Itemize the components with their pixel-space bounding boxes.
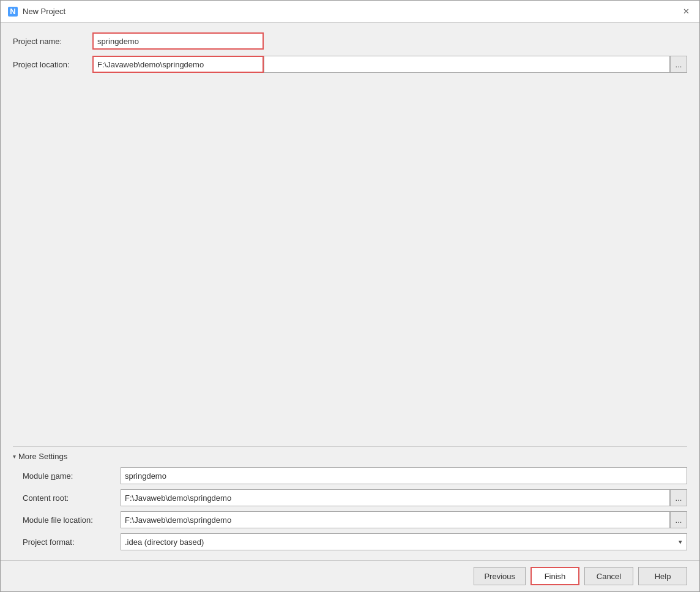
help-button[interactable]: Help [638,567,687,585]
middle-area [13,79,687,446]
module-file-location-row: Module file location: ... [23,511,687,528]
project-format-select-wrapper: .idea (directory based) [121,533,687,550]
browse-icon-2: ... [676,493,682,503]
collapse-icon: ▾ [13,453,16,460]
content-root-browse-button[interactable]: ... [670,489,687,506]
cancel-label: Cancel [597,572,621,581]
browse-icon-3: ... [676,515,682,525]
help-label: Help [655,572,671,581]
close-icon: ✕ [683,7,690,16]
content-root-label: Content root: [23,493,121,503]
dialog-content: Project name: Project location: ... ▾ [1,23,699,560]
module-file-location-label: Module file location: [23,515,121,525]
module-name-row: Module name: [23,467,687,484]
more-settings-section: ▾ More Settings Module name: Content roo… [13,446,687,550]
project-name-input[interactable] [92,32,264,50]
project-format-row: Project format: .idea (directory based) [23,533,687,550]
project-location-browse-button[interactable]: ... [670,56,687,73]
project-location-extra-input[interactable] [264,56,670,73]
dialog-icon: N [8,7,18,17]
project-format-select[interactable]: .idea (directory based) [121,533,687,550]
project-location-input[interactable] [92,56,264,73]
more-settings-header[interactable]: ▾ More Settings [13,452,687,461]
previous-label: Previous [484,572,515,581]
project-location-label: Project location: [13,60,92,69]
new-project-dialog: N New Project ✕ Project name: Project lo… [0,0,700,592]
cancel-button[interactable]: Cancel [584,567,633,585]
module-name-label: Module name: [23,471,121,481]
project-location-row: Project location: ... [13,56,687,73]
finish-label: Finish [545,572,566,581]
previous-button[interactable]: Previous [474,567,526,585]
close-button[interactable]: ✕ [680,6,692,18]
title-bar: N New Project ✕ [1,1,699,23]
content-root-input[interactable] [121,489,670,506]
project-name-row: Project name: [13,32,687,50]
more-settings-form: Module name: Content root: ... Module fi… [13,467,687,550]
content-root-row: Content root: ... [23,489,687,506]
project-format-label: Project format: [23,538,121,547]
project-name-label: Project name: [13,37,92,46]
module-file-location-browse-button[interactable]: ... [670,511,687,528]
project-location-input-row: ... [92,56,687,73]
browse-icon: ... [676,60,682,69]
footer: Previous Finish Cancel Help [1,560,699,591]
module-name-input[interactable] [121,467,687,484]
finish-button[interactable]: Finish [531,567,579,585]
title-bar-left: N New Project [8,7,65,17]
dialog-title: New Project [23,7,65,16]
module-file-location-input[interactable] [121,511,670,528]
more-settings-label: More Settings [18,452,67,461]
